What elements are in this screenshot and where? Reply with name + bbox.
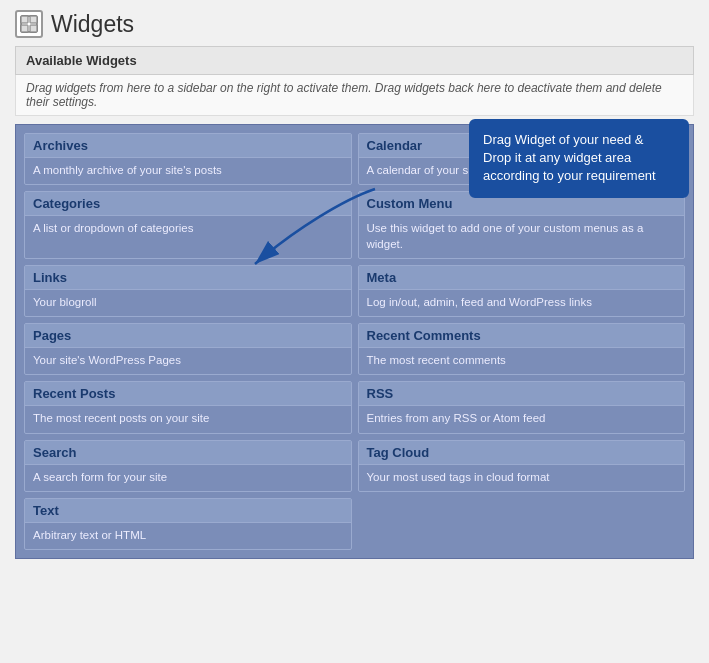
page-title: Widgets [51, 11, 134, 38]
widget-page-icon [15, 10, 43, 38]
widget-description: The most recent comments [367, 352, 677, 368]
svg-rect-1 [21, 16, 28, 23]
widget-item[interactable]: Links Your blogroll [24, 265, 352, 317]
widget-title: Search [25, 441, 351, 465]
page-title-row: Widgets [15, 10, 694, 38]
widget-title: Links [25, 266, 351, 290]
widget-item[interactable]: RSS Entries from any RSS or Atom feed [358, 381, 686, 433]
widget-title: Text [25, 499, 351, 523]
svg-rect-2 [30, 16, 37, 23]
widget-item[interactable]: Pages Your site's WordPress Pages [24, 323, 352, 375]
widget-title: Recent Posts [25, 382, 351, 406]
widget-item[interactable]: Custom Menu Use this widget to add one o… [358, 191, 686, 259]
widget-description: A monthly archive of your site's posts [33, 162, 343, 178]
callout-box: Drag Widget of your need & Drop it at an… [469, 119, 689, 198]
widget-title: Meta [359, 266, 685, 290]
widget-item[interactable]: Search A search form for your site [24, 440, 352, 492]
widget-title: Recent Comments [359, 324, 685, 348]
widget-item[interactable]: Recent Posts The most recent posts on yo… [24, 381, 352, 433]
widget-item[interactable]: Meta Log in/out, admin, feed and WordPre… [358, 265, 686, 317]
widget-title: Tag Cloud [359, 441, 685, 465]
instruction-text: Drag widgets from here to a sidebar on t… [15, 75, 694, 116]
widget-description: Entries from any RSS or Atom feed [367, 410, 677, 426]
widget-item[interactable]: Tag Cloud Your most used tags in cloud f… [358, 440, 686, 492]
widget-description: A list or dropdown of categories [33, 220, 343, 236]
widget-description: Arbitrary text or HTML [33, 527, 343, 543]
widget-description: A search form for your site [33, 469, 343, 485]
widget-title: Archives [25, 134, 351, 158]
widget-title: Categories [25, 192, 351, 216]
widget-item[interactable]: Categories A list or dropdown of categor… [24, 191, 352, 259]
widget-description: Your blogroll [33, 294, 343, 310]
widget-item[interactable]: Text Arbitrary text or HTML [24, 498, 352, 550]
widget-description: Log in/out, admin, feed and WordPress li… [367, 294, 677, 310]
widget-description: Your most used tags in cloud format [367, 469, 677, 485]
widget-description: The most recent posts on your site [33, 410, 343, 426]
svg-rect-3 [21, 25, 28, 32]
widget-title: RSS [359, 382, 685, 406]
section-header: Available Widgets [15, 46, 694, 75]
svg-rect-4 [30, 25, 37, 32]
widget-item[interactable]: Recent Comments The most recent comments [358, 323, 686, 375]
widget-description: Use this widget to add one of your custo… [367, 220, 677, 252]
widget-item[interactable]: Archives A monthly archive of your site'… [24, 133, 352, 185]
widget-description: Your site's WordPress Pages [33, 352, 343, 368]
widget-title: Pages [25, 324, 351, 348]
